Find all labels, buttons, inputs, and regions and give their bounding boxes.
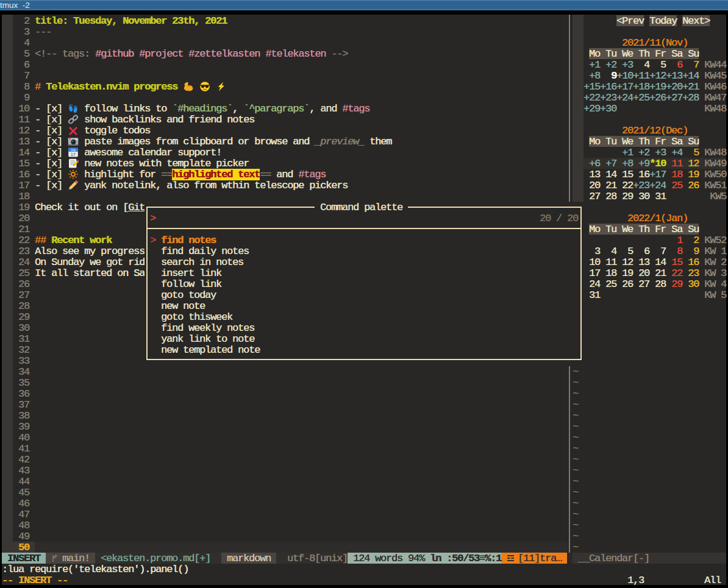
svg-text:17: 17 bbox=[71, 152, 76, 157]
svg-text:July: July bbox=[70, 149, 76, 152]
